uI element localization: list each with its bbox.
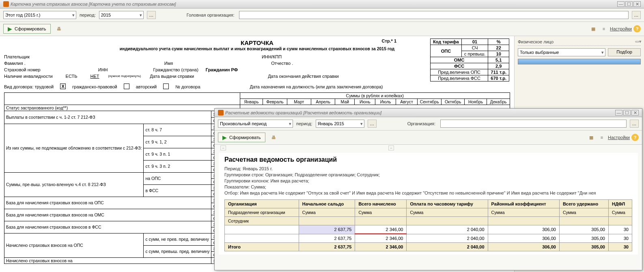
sub-period-picker[interactable]: … <box>368 120 377 128</box>
close-button[interactable]: ✕ <box>633 1 641 7</box>
app-icon <box>218 110 224 116</box>
head-org-picker[interactable]: … <box>632 11 641 19</box>
sub-report-title: Расчетная ведомость организаций <box>224 156 632 163</box>
sub-window-title: Расчетные ведомости организаций [Расчетн… <box>225 110 381 115</box>
phys-filter-select[interactable]: Только выбранные <box>518 48 605 56</box>
sub-grid-icon[interactable]: ▦ <box>587 133 596 141</box>
list-icon[interactable]: ≡ <box>599 25 608 33</box>
phys-selected-bar[interactable] <box>518 59 641 64</box>
period-preset-select[interactable]: Этот год (2015 г.) <box>3 11 76 19</box>
collapse-right[interactable]: – <box>388 146 394 150</box>
pick-button[interactable]: Подбор <box>608 48 641 56</box>
phys-panel-head[interactable]: Физическое лицо« » ▾ <box>518 38 641 46</box>
play-icon: ▶ <box>8 26 12 32</box>
minimize-button[interactable]: — <box>617 1 625 7</box>
app-icon <box>3 1 9 7</box>
sub-titlebar: Расчетные ведомости организаций [Расчетн… <box>215 109 642 117</box>
sub-settings-link[interactable]: Настройки <box>608 135 630 140</box>
sub-report-table: ОрганизацияНачальное сальдоВсего начисле… <box>224 199 632 251</box>
tariff-table: Код тарифа01% ОПССЧ22 с превыш.10 ОМС5,1… <box>430 39 509 81</box>
sub-form-button[interactable]: ▶Сформировать <box>218 133 265 142</box>
head-org-input[interactable] <box>239 11 629 19</box>
head-org-label: Головная организация: <box>187 13 235 17</box>
checkbox-labor: X <box>60 84 66 89</box>
sub-period-preset[interactable]: Произвольный период <box>218 120 293 128</box>
period-label: период: <box>80 13 96 17</box>
window-title: Карточка учета страховых взносов [Карточ… <box>11 2 176 6</box>
settings-link[interactable]: Настройки <box>610 26 632 31</box>
grid-icon[interactable]: ▦ <box>589 25 598 33</box>
sub-org-input[interactable] <box>440 120 627 128</box>
action-bar: ▶Сформировать 🖶 ▦ ≡ Настройки ? <box>0 22 644 36</box>
collapse-left[interactable]: – <box>220 146 226 150</box>
page-indicator: Стр.* 1 <box>381 39 396 43</box>
sub-minimize-button[interactable]: — <box>615 110 622 116</box>
period-picker-button[interactable]: … <box>147 11 156 19</box>
form-button[interactable]: ▶Сформировать <box>3 24 51 34</box>
sub-org-picker[interactable]: … <box>630 120 639 128</box>
print-icon[interactable]: 🖶 <box>55 25 64 33</box>
checkbox-civil <box>124 84 129 89</box>
maximize-button[interactable]: ☐ <box>625 1 633 7</box>
sub-window: Расчетные ведомости организаций [Расчетн… <box>214 108 642 270</box>
sub-help-icon[interactable]: ? <box>631 134 639 141</box>
help-icon[interactable]: ? <box>633 25 641 32</box>
checkbox-author <box>163 84 169 89</box>
main-toolbar: Этот год (2015 г.) период: 2015 … Головн… <box>0 9 644 22</box>
sub-period-value[interactable]: Январь 2015 <box>316 120 364 128</box>
sub-print-icon[interactable]: 🖶 <box>269 133 278 141</box>
sub-org-label: Организация: <box>407 121 435 126</box>
sub-report: Расчетная ведомость организаций Период: … <box>219 153 638 255</box>
sub-list-icon[interactable]: ≡ <box>597 133 606 141</box>
period-value-select[interactable]: 2015 <box>99 11 144 19</box>
sub-maximize-button[interactable]: ☐ <box>623 110 631 116</box>
main-titlebar: Карточка учета страховых взносов [Карточ… <box>0 0 644 9</box>
sub-period-label: период: <box>296 121 312 126</box>
sub-close-button[interactable]: ✕ <box>631 110 639 116</box>
